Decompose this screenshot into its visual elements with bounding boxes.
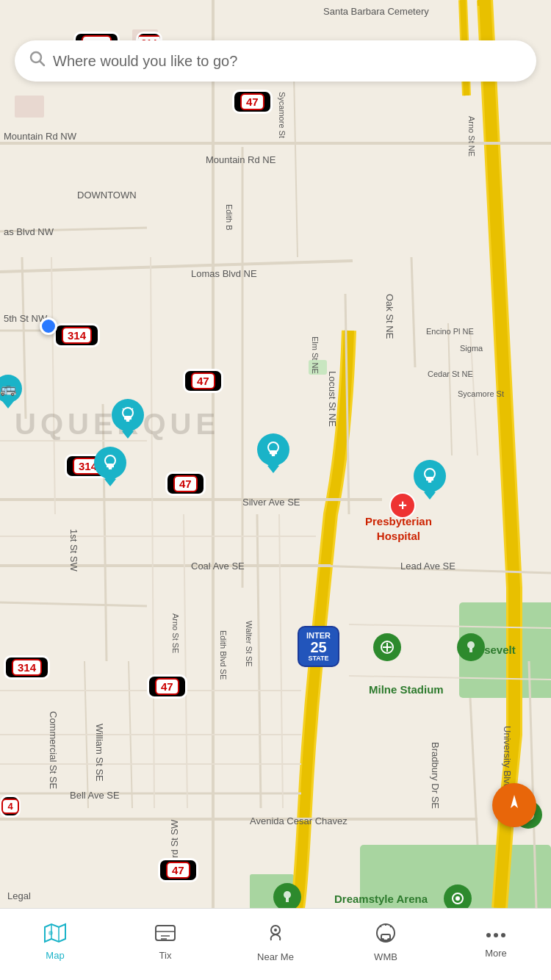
- route-badge-47-lower[interactable]: 47: [165, 472, 206, 496]
- label-silver: Silver Ave SE: [242, 497, 300, 508]
- svg-line-9: [0, 228, 147, 231]
- svg-line-21: [411, 257, 415, 367]
- svg-point-47: [129, 419, 132, 422]
- label-arno-se: Arno St SE: [171, 613, 180, 653]
- bus-stop-mid[interactable]: [94, 447, 126, 486]
- label-dreamstyle: Dreamstyle Arena: [334, 893, 428, 905]
- svg-line-38: [349, 676, 551, 680]
- map-tab-icon: [43, 923, 67, 947]
- search-bar[interactable]: Where would you like to go?: [15, 40, 536, 82]
- label-edith-se: Edith Blvd SE: [219, 630, 228, 680]
- svg-line-27: [448, 323, 452, 455]
- current-location-dot: [40, 317, 57, 335]
- tab-more-label: More: [485, 948, 507, 959]
- svg-point-95: [494, 933, 498, 937]
- nearme-tab-icon: [264, 921, 287, 948]
- label-legal: Legal: [7, 890, 31, 901]
- tab-nearme[interactable]: Near Me: [220, 909, 331, 980]
- svg-line-31: [151, 257, 154, 808]
- svg-line-20: [345, 294, 349, 514]
- label-bradbury: Bradbury Dr SE: [430, 742, 441, 809]
- wmb-tab-icon: [374, 921, 397, 948]
- my-location-button[interactable]: [492, 783, 536, 827]
- svg-rect-5: [15, 96, 44, 118]
- svg-line-13: [316, 566, 551, 573]
- bus-stop-far-right[interactable]: [414, 460, 446, 500]
- route-badge-47-mid[interactable]: 47: [183, 369, 223, 393]
- svg-line-19: [103, 404, 107, 661]
- route-badge-314-far[interactable]: 314: [4, 655, 50, 680]
- label-cedar: Cedar St NE: [428, 370, 473, 378]
- hospital-marker: +: [389, 492, 416, 519]
- label-encino: Encino Pl NE: [426, 327, 474, 336]
- label-lomas: Lomas Blvd NE: [191, 268, 257, 279]
- tab-map[interactable]: Map: [0, 909, 110, 980]
- svg-point-89: [381, 938, 384, 941]
- svg-line-22: [529, 661, 536, 908]
- route-badge-47-bottom[interactable]: 47: [147, 674, 187, 699]
- svg-line-41: [470, 331, 478, 455]
- route-badge-314-mid[interactable]: 314: [54, 323, 100, 347]
- svg-point-96: [501, 933, 505, 937]
- label-lead: Lead Ave SE: [400, 561, 455, 572]
- label-arno-ne: Edith B: [225, 204, 234, 230]
- label-sycamore: Sycamore St: [458, 389, 504, 398]
- svg-point-62: [431, 480, 434, 483]
- svg-point-61: [425, 480, 428, 483]
- label-cesar: Avenida Cesar Chavez: [250, 815, 347, 826]
- svg-point-66: [467, 641, 475, 649]
- svg-line-75: [40, 62, 45, 66]
- search-icon: [29, 51, 46, 71]
- svg-point-80: [48, 931, 53, 935]
- route-badge-4[interactable]: 4: [0, 795, 21, 818]
- bus-stop-center-left[interactable]: [112, 399, 144, 439]
- label-sigma: Sigma: [460, 344, 483, 353]
- label-walter: Walter St SE: [245, 621, 253, 667]
- svg-rect-1: [309, 360, 327, 375]
- svg-point-53: [106, 467, 109, 470]
- svg-line-30: [51, 257, 55, 514]
- route-badge-47-top[interactable]: 47: [232, 90, 273, 114]
- tab-nearme-label: Near Me: [257, 951, 294, 962]
- label-william: William St SE: [94, 724, 105, 782]
- svg-rect-73: [286, 898, 289, 902]
- tix-tab-icon: [154, 923, 177, 947]
- label-coal: Coal Ave SE: [191, 561, 245, 572]
- tab-more[interactable]: More: [441, 909, 551, 980]
- svg-point-90: [387, 938, 390, 941]
- map-view[interactable]: Santa Barbara Cemetery Mountain Rd NW Mo…: [0, 0, 551, 908]
- label-pan-amer: Arno St NE: [467, 116, 476, 156]
- svg-point-54: [112, 467, 115, 470]
- svg-line-28: [22, 257, 26, 419]
- label-bell: Bell Ave SE: [70, 790, 120, 801]
- tab-tix[interactable]: Tix: [110, 909, 220, 980]
- poi-roosevelt-tree: [457, 633, 485, 661]
- tab-wmb-label: WMB: [374, 951, 397, 962]
- tab-map-label: Map: [46, 950, 64, 961]
- svg-rect-81: [156, 926, 175, 940]
- poi-tree-bottom: [273, 883, 301, 908]
- bus-stop-left[interactable]: 🚌: [0, 375, 22, 403]
- label-cemetery: Santa Barbara Cemetery: [323, 6, 429, 17]
- label-milne: Milne Stadium: [369, 683, 444, 696]
- svg-marker-77: [45, 924, 65, 942]
- svg-point-46: [123, 419, 126, 422]
- route-badge-47-vbottom[interactable]: 47: [158, 858, 198, 882]
- svg-point-87: [377, 924, 395, 942]
- label-mountain-nw: Mountain Rd NW: [4, 131, 76, 142]
- svg-line-33: [279, 514, 283, 808]
- svg-point-58: [275, 454, 278, 457]
- svg-line-29: [294, 73, 298, 257]
- svg-line-23: [470, 698, 478, 845]
- label-blvd-nw: as Blvd NW: [4, 226, 54, 237]
- svg-point-57: [269, 454, 272, 457]
- label-commercial: Commercial St SE: [48, 711, 59, 789]
- svg-line-26: [129, 661, 132, 808]
- svg-line-24: [257, 514, 261, 808]
- svg-line-32: [184, 514, 187, 808]
- svg-point-72: [284, 891, 291, 898]
- tab-wmb[interactable]: WMB: [331, 909, 441, 980]
- label-locust: Locust St NE: [327, 371, 338, 427]
- label-downtown: DOWNTOWN: [77, 190, 137, 201]
- bus-stop-right-center[interactable]: [257, 433, 289, 473]
